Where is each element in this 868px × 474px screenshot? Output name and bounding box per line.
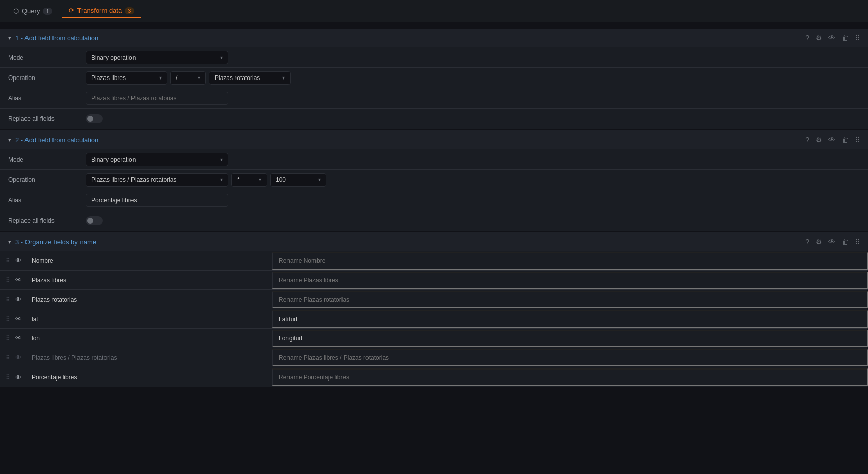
section-1-header[interactable]: ▾ 1 - Add field from calculation ? ⚙ 👁 🗑… — [0, 29, 868, 47]
list-item: ⠿ 👁 Plazas libres — [0, 271, 868, 290]
rename-input-porcentaje[interactable] — [272, 368, 868, 386]
eye-icon-nombre[interactable]: 👁 — [15, 257, 28, 265]
section-2-op-left-select[interactable]: Plazas libres / Plazas rotatorias ▾ — [86, 173, 228, 187]
section-1: ▾ 1 - Add field from calculation ? ⚙ 👁 🗑… — [0, 29, 868, 129]
rename-input-nombre[interactable] — [272, 252, 868, 270]
section-1-alias-control — [82, 89, 868, 108]
section-2-header[interactable]: ▾ 2 - Add field from calculation ? ⚙ 👁 🗑… — [0, 130, 868, 149]
section-1-magic-icon[interactable]: ⚙ — [816, 34, 822, 42]
section-2-mode-control: Binary operation ▾ — [82, 150, 868, 169]
section-2-magic-icon[interactable]: ⚙ — [816, 136, 822, 144]
section-1-operation-label: Operation — [0, 70, 82, 86]
section-2-trash-icon[interactable]: 🗑 — [841, 136, 849, 144]
section-3-header-left: ▾ 3 - Organize fields by name — [8, 238, 96, 246]
drag-handle-lat[interactable]: ⠿ — [0, 315, 15, 323]
eye-icon-lat[interactable]: 👁 — [15, 315, 28, 323]
rename-input-lat[interactable] — [272, 310, 868, 328]
drag-handle-lon[interactable]: ⠿ — [0, 335, 15, 342]
eye-hidden-icon-ratio[interactable]: 👁 — [15, 354, 28, 361]
section-2-op-right-select[interactable]: 100 ▾ — [270, 173, 326, 187]
section-1-body: Mode Binary operation ▾ Operation Plazas… — [0, 47, 868, 129]
section-2-op-operator-select[interactable]: * ▾ — [231, 173, 267, 187]
section-3: ▾ 3 - Organize fields by name ? ⚙ 👁 🗑 ⠿ … — [0, 232, 868, 387]
list-item: ⠿ 👁 Plazas libres / Plazas rotatorias — [0, 348, 868, 367]
section-1-op-operator-chevron: ▾ — [198, 75, 200, 81]
section-2-mode-chevron: ▾ — [220, 156, 223, 162]
section-3-magic-icon[interactable]: ⚙ — [816, 238, 822, 246]
section-1-op-left-select[interactable]: Plazas libres ▾ — [86, 71, 167, 85]
section-1-info-icon[interactable]: ? — [805, 34, 809, 42]
section-3-drag-icon[interactable]: ⠿ — [855, 238, 860, 246]
rename-input-lon[interactable] — [272, 330, 868, 347]
section-2-alias-input[interactable] — [86, 194, 228, 207]
section-1-operation-row: Operation Plazas libres ▾ / ▾ Plazas rot… — [0, 68, 868, 88]
eye-icon-plazas-libres[interactable]: 👁 — [15, 276, 28, 284]
top-nav: ⬡ Query 1 ⟳ Transform data 3 — [0, 0, 868, 22]
list-item: ⠿ 👁 lon — [0, 329, 868, 348]
tab-transform[interactable]: ⟳ Transform data 3 — [62, 4, 142, 18]
section-3-chevron: ▾ — [8, 239, 11, 245]
section-3-info-icon[interactable]: ? — [805, 238, 809, 246]
eye-icon-plazas-rotatorias[interactable]: 👁 — [15, 296, 28, 303]
section-1-alias-label: Alias — [0, 91, 82, 106]
section-2-replace-row: Replace all fields — [0, 210, 868, 231]
tab-query-badge: 1 — [43, 8, 52, 15]
drag-handle-nombre[interactable]: ⠿ — [0, 257, 15, 265]
section-1-replace-toggle[interactable] — [86, 114, 103, 123]
section-2: ▾ 2 - Add field from calculation ? ⚙ 👁 🗑… — [0, 130, 868, 231]
list-item: ⠿ 👁 Nombre — [0, 251, 868, 271]
section-2-replace-control — [82, 213, 868, 228]
section-1-actions: ? ⚙ 👁 🗑 ⠿ — [805, 34, 860, 42]
section-3-trash-icon[interactable]: 🗑 — [841, 238, 849, 246]
rename-input-plazas-libres[interactable] — [272, 272, 868, 289]
section-1-drag-icon[interactable]: ⠿ — [855, 34, 860, 42]
section-1-op-right-select[interactable]: Plazas rotatorias ▾ — [209, 71, 291, 85]
rename-input-plazas-rotatorias[interactable] — [272, 291, 868, 308]
section-3-title: 3 - Organize fields by name — [15, 238, 96, 246]
drag-handle-plazas-rotatorias[interactable]: ⠿ — [0, 296, 15, 303]
tab-transform-badge: 3 — [125, 7, 134, 14]
section-1-mode-select[interactable]: Binary operation ▾ — [86, 51, 228, 64]
field-name-plazas-libres: Plazas libres — [28, 277, 272, 284]
section-1-op-left-value: Plazas libres — [91, 74, 126, 82]
section-1-operation-control: Plazas libres ▾ / ▾ Plazas rotatorias ▾ — [82, 68, 868, 88]
section-1-mode-value: Binary operation — [91, 54, 136, 61]
list-item: ⠿ 👁 Porcentaje libres — [0, 367, 868, 387]
section-2-mode-select[interactable]: Binary operation ▾ — [86, 153, 228, 166]
section-2-operation-label: Operation — [0, 172, 82, 188]
field-name-porcentaje: Porcentaje libres — [28, 374, 272, 381]
section-2-chevron: ▾ — [8, 137, 11, 143]
section-2-title: 2 - Add field from calculation — [15, 136, 98, 144]
section-2-info-icon[interactable]: ? — [805, 136, 809, 144]
tab-query[interactable]: ⬡ Query 1 — [6, 4, 60, 18]
drag-handle-ratio[interactable]: ⠿ — [0, 354, 15, 361]
rename-input-ratio[interactable] — [272, 349, 868, 366]
section-1-eye-icon[interactable]: 👁 — [828, 34, 835, 42]
section-1-trash-icon[interactable]: 🗑 — [841, 34, 849, 42]
section-1-alias-row: Alias — [0, 88, 868, 109]
eye-icon-porcentaje[interactable]: 👁 — [15, 374, 28, 381]
section-3-eye-icon[interactable]: 👁 — [828, 238, 835, 246]
section-1-header-left: ▾ 1 - Add field from calculation — [8, 34, 98, 42]
section-2-eye-icon[interactable]: 👁 — [828, 136, 835, 144]
section-2-drag-icon[interactable]: ⠿ — [855, 136, 860, 144]
section-2-operation-control: Plazas libres / Plazas rotatorias ▾ * ▾ … — [82, 170, 868, 190]
section-1-op-operator-select[interactable]: / ▾ — [170, 71, 206, 85]
section-2-op-right-value: 100 — [276, 176, 286, 183]
section-1-alias-input[interactable] — [86, 92, 228, 105]
field-name-lon: lon — [28, 335, 272, 342]
section-1-replace-control — [82, 111, 868, 126]
list-item: ⠿ 👁 lat — [0, 309, 868, 329]
drag-handle-porcentaje[interactable]: ⠿ — [0, 374, 15, 381]
section-2-replace-toggle[interactable] — [86, 216, 103, 225]
section-3-header[interactable]: ▾ 3 - Organize fields by name ? ⚙ 👁 🗑 ⠿ — [0, 232, 868, 251]
transform-icon: ⟳ — [69, 7, 74, 14]
list-item: ⠿ 👁 Plazas rotatorias — [0, 290, 868, 309]
tab-query-label: Query — [22, 7, 40, 15]
organize-fields-table: ⠿ 👁 Nombre ⠿ 👁 Plazas libres ⠿ 👁 Plazas — [0, 251, 868, 387]
eye-icon-lon[interactable]: 👁 — [15, 334, 28, 342]
drag-handle-plazas-libres[interactable]: ⠿ — [0, 277, 15, 284]
section-1-title: 1 - Add field from calculation — [15, 34, 98, 42]
section-2-mode-value: Binary operation — [91, 156, 136, 163]
section-2-operation-row: Operation Plazas libres / Plazas rotator… — [0, 170, 868, 190]
